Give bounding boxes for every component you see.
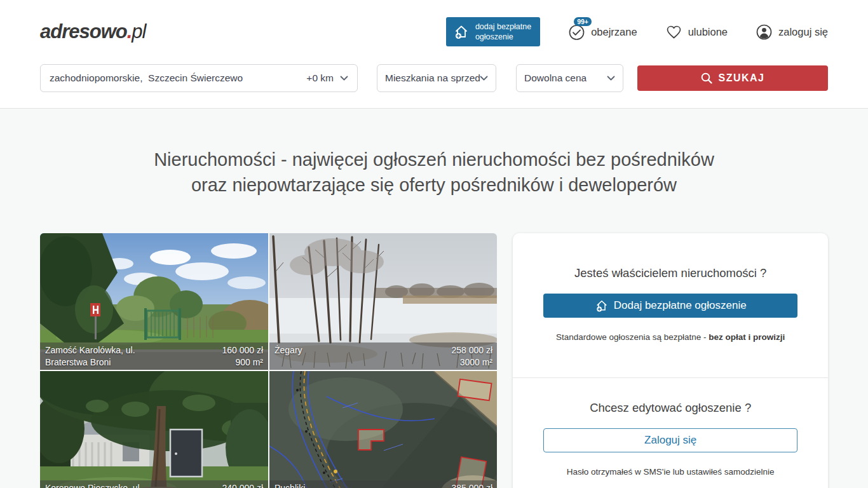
password-hint: Hasło otrzymałeś w SMS'ie lub ustawiłeś … [543, 467, 797, 477]
listing-name-line1: Zamość Karolówka, ul. [45, 344, 135, 356]
location-input[interactable] [50, 72, 300, 84]
listing-name-line2: Braterstwa Broni [45, 356, 135, 369]
viewed-button[interactable]: 99+ obejrzane [568, 24, 637, 41]
page-title: Nieruchomości - najwięcej ogłoszeń nieru… [0, 147, 868, 198]
viewed-label: obejrzane [591, 26, 637, 38]
sidebar-add-listing-button[interactable]: Dodaj bezpłatne ogłoszenie [543, 294, 797, 318]
chevron-down-icon [340, 76, 348, 81]
main-content: Zamość Karolówka, ul. Braterstwa Broni 1… [0, 198, 868, 488]
card-divider [513, 377, 828, 378]
price-select[interactable]: Dowolna cena [516, 64, 623, 92]
listing-photo-garden-house [40, 371, 268, 488]
listing-area: 3000 m² [451, 356, 492, 369]
chevron-down-icon [607, 76, 615, 81]
listing-grid: Zamość Karolówka, ul. Braterstwa Broni 1… [40, 233, 497, 488]
chevron-down-icon [480, 76, 488, 81]
owner-heading: Jesteś właścicielem nieruchomości ? [543, 266, 797, 280]
listing-price: 258 000 zł [451, 344, 492, 356]
listing-area: 900 m² [222, 356, 263, 369]
location-field: +0 km [40, 64, 358, 92]
price-value: Dowolna cena [524, 72, 587, 84]
listing-tile[interactable]: Korenowo Pieszycko, ul. 240 000 zł [40, 371, 268, 488]
sidebar-add-listing-label: Dodaj bezpłatne ogłoszenie [614, 299, 747, 312]
category-select[interactable]: Mieszkania na sprzedaż [377, 64, 496, 92]
add-listing-label: dodaj bezpłatne ogłoszenie [475, 22, 531, 43]
hero-section: Nieruchomości - najwięcej ogłoszeń nieru… [0, 109, 868, 198]
logo-text-main: adresowo [40, 20, 127, 43]
listing-price: 385 000 zł [451, 482, 492, 488]
sidebar-login-label: Zaloguj się [644, 434, 696, 447]
listing-name-line1: Żegary [275, 344, 302, 356]
listing-price: 240 000 zł [222, 482, 263, 488]
listing-price: 160 000 zł [222, 344, 263, 356]
listing-caption: Korenowo Pieszycko, ul. 240 000 zł [40, 480, 268, 488]
heart-icon [665, 24, 682, 40]
site-logo[interactable]: adresowo.pl [40, 20, 146, 43]
listing-tile[interactable]: Zamość Karolówka, ul. Braterstwa Broni 1… [40, 233, 268, 370]
viewed-count-badge: 99+ [574, 17, 592, 27]
house-plus-icon [453, 24, 470, 40]
magnifier-icon [700, 72, 713, 85]
login-label: zaloguj się [778, 26, 828, 38]
listing-caption: Puchliki 385 000 zł [269, 480, 497, 488]
radius-value: +0 km [306, 72, 334, 84]
listing-name-line1: Puchliki [275, 482, 305, 488]
search-submit-label: SZUKAJ [718, 72, 764, 84]
listing-caption: Zamość Karolówka, ul. Braterstwa Broni 1… [40, 342, 268, 370]
search-submit-button[interactable]: SZUKAJ [637, 65, 828, 91]
edit-heading: Chcesz edytować ogłoszenie ? [543, 401, 797, 415]
login-button[interactable]: zaloguj się [756, 24, 828, 41]
logo-text-tld: pl [132, 20, 146, 43]
listing-tile[interactable]: Puchliki 385 000 zł [269, 371, 497, 488]
add-listing-button[interactable]: dodaj bezpłatne ogłoszenie [446, 17, 540, 47]
house-plus-icon [595, 299, 609, 313]
favorites-button[interactable]: ulubione [665, 24, 728, 40]
category-value: Mieszkania na sprzedaż [385, 72, 480, 84]
listing-tile[interactable]: Żegary 258 000 zł 3000 m² [269, 233, 497, 370]
owner-panel: Jesteś właścicielem nieruchomości ? Doda… [513, 233, 828, 488]
user-circle-icon [756, 24, 773, 41]
listing-name-line1: Korenowo Pieszycko, ul. [45, 482, 142, 488]
listing-photo-aerial-map [269, 371, 497, 488]
radius-select[interactable]: +0 km [300, 72, 348, 84]
free-listing-note: Standardowe ogłoszenia są bezpłatne - be… [543, 332, 797, 342]
top-header: adresowo.pl dodaj bezpłatne ogłoszenie [0, 0, 868, 109]
favorites-label: ulubione [688, 26, 728, 38]
listing-caption: Żegary 258 000 zł 3000 m² [269, 342, 497, 370]
sidebar-login-button[interactable]: Zaloguj się [543, 428, 797, 452]
search-bar: +0 km Mieszkania na sprzedaż Dowolna cen… [0, 51, 868, 109]
header-actions: dodaj bezpłatne ogłoszenie 99+ obejrzane [446, 17, 828, 47]
